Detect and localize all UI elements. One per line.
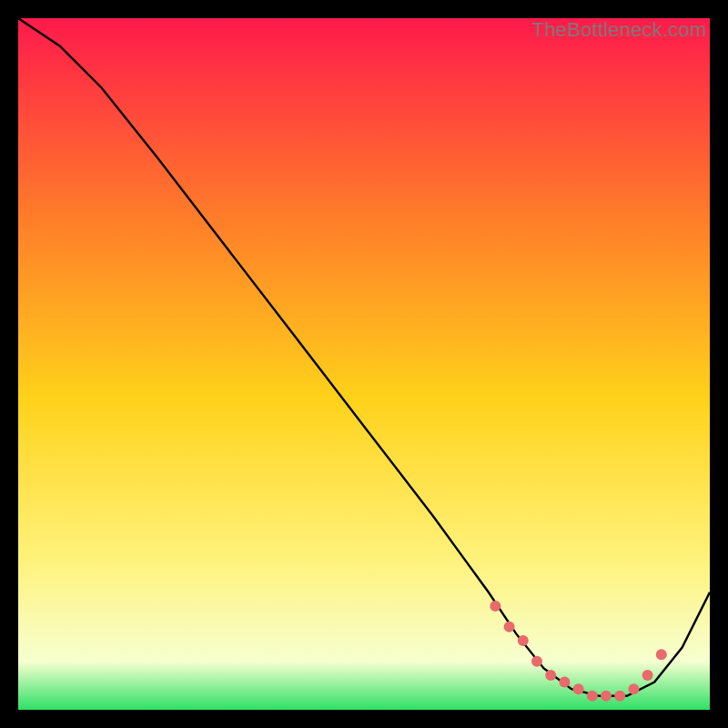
highlight-dot [614,691,625,702]
chart-svg [18,18,710,710]
highlight-dot [642,670,653,681]
highlight-dot [504,622,515,632]
highlight-dot [518,635,529,646]
highlight-dot [490,601,500,612]
chart-frame: TheBottleneck.com [18,18,710,710]
highlight-dot [601,691,612,702]
chart-background [18,18,710,710]
watermark-text: TheBottleneck.com [531,18,706,42]
highlight-dot [545,670,556,681]
highlight-dot [573,683,584,694]
highlight-dot [656,649,667,660]
highlight-dot [628,683,639,694]
highlight-dot [531,656,542,667]
highlight-dot [559,677,570,688]
highlight-dot [587,691,598,702]
